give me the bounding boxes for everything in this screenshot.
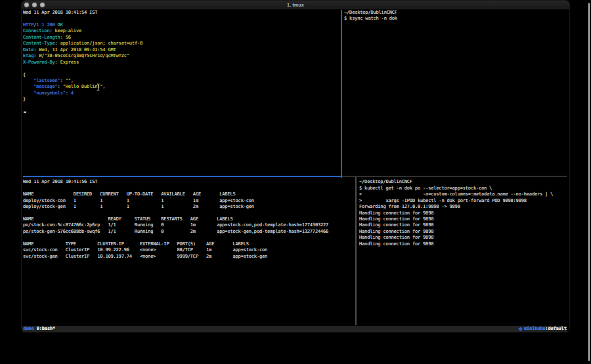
pane-divider-vertical-bottom[interactable] [355,177,357,325]
window-list-item[interactable]: 0:bash* [37,326,55,331]
titlebar[interactable]: 1. tmux [22,1,569,10]
terminal-window: 1. tmux Wed 11 Apr 2018 10:41:54 IST HTT… [22,1,569,333]
pane-port-forward[interactable]: ~/Desktop/DublinCNCF $ kubectl get -n do… [359,179,553,247]
window-title: 1. tmux [22,1,569,9]
tmux-status-bar: demo 0:bash* minikube:default [22,326,567,333]
text-cursor-pointer [96,83,102,91]
pane-http-response[interactable]: Wed 11 Apr 2018 10:41:54 IST HTTP/1.1 20… [23,10,142,103]
screen-edge-line [588,3,590,361]
pane-kubectl-resources[interactable]: Wed 11 Apr 2018 10:41:56 IST NAME DESIRE… [23,179,328,260]
session-name: demo [24,326,37,331]
pane-divider-vertical-top[interactable] [341,10,342,178]
kube-context: minikube [524,326,545,333]
helm-wheel-icon [518,327,523,331]
terminal-cursor [24,111,27,113]
pane-divider-horizontal-right[interactable] [342,176,567,177]
status-left: demo 0:bash* [24,326,56,333]
pane-divider-horizontal-left[interactable] [23,176,342,177]
status-right: minikube:default [518,326,567,333]
kube-namespace: :default [545,326,566,333]
desktop-background: 1. tmux Wed 11 Apr 2018 10:41:54 IST HTT… [0,0,591,364]
pane-ksync-watch[interactable]: ~/Desktop/DublinCNCF $ ksync watch -n do… [344,10,397,22]
